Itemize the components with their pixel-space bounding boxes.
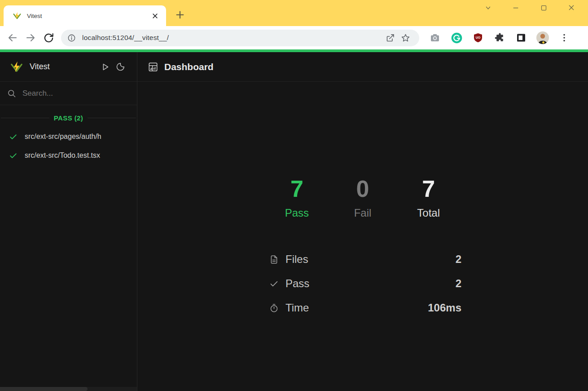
test-file-item[interactable]: src/ext-src/pages/auth/h xyxy=(0,127,137,146)
menu-dots-icon[interactable] xyxy=(555,29,574,47)
total-count: 7 xyxy=(395,177,461,200)
maximize-button[interactable] xyxy=(530,0,557,15)
time-value: 106ms xyxy=(428,302,461,314)
sidebar-header: Vitest xyxy=(0,52,137,82)
fail-label: Fail xyxy=(330,207,396,219)
profile-avatar[interactable] xyxy=(533,29,552,47)
ublock-extension-icon[interactable]: UO xyxy=(469,29,487,47)
fail-count: 0 xyxy=(330,177,396,200)
bookmark-star-icon[interactable] xyxy=(398,30,413,45)
browser-window: Vitest xyxy=(0,0,588,391)
test-file-name: src/ext-src/pages/auth/h xyxy=(25,133,101,141)
test-file-name: src/ext-src/Todo.test.tsx xyxy=(25,151,100,160)
test-file-item[interactable]: src/ext-src/Todo.test.tsx xyxy=(0,146,137,165)
search-bar xyxy=(0,82,137,105)
pass-check-icon xyxy=(9,151,18,160)
stat-fail: 0 Fail xyxy=(330,177,396,219)
titlebar: Vitest xyxy=(0,0,588,26)
search-icon xyxy=(7,89,16,98)
main-header: Dashboard xyxy=(137,52,588,82)
timer-icon xyxy=(268,303,279,313)
vitest-favicon xyxy=(13,11,22,20)
vitest-logo-icon xyxy=(10,60,23,74)
close-window-button[interactable] xyxy=(557,0,585,15)
tab-search-chevron-icon[interactable] xyxy=(474,0,502,15)
url-text[interactable]: localhost:51204/__vitest__/ xyxy=(82,34,382,42)
pass-group-label: PASS (2) xyxy=(54,114,83,122)
pass-check-icon xyxy=(9,133,18,141)
back-button[interactable] xyxy=(4,29,22,47)
sidebar: Vitest PASS (2) xyxy=(0,52,137,391)
forward-button[interactable] xyxy=(22,29,39,47)
frame-extension-icon[interactable] xyxy=(512,29,531,47)
time-row: Time 106ms xyxy=(264,296,461,320)
total-label: Total xyxy=(395,207,461,219)
divider xyxy=(88,118,136,118)
camera-extension-icon[interactable] xyxy=(426,29,444,47)
pass-row: Pass 2 xyxy=(264,271,461,296)
site-info-icon[interactable] xyxy=(67,34,76,42)
minimize-button[interactable] xyxy=(502,0,530,15)
test-file-list: src/ext-src/pages/auth/h src/ext-src/Tod… xyxy=(0,127,137,165)
navbar: localhost:51204/__vitest__/ xyxy=(0,26,588,49)
extensions-puzzle-icon[interactable] xyxy=(490,29,509,47)
page-title: Dashboard xyxy=(164,62,214,72)
check-icon xyxy=(268,279,279,289)
vitest-ui: Vitest PASS (2) xyxy=(0,52,588,391)
pass-count: 7 xyxy=(264,177,330,200)
browser-tab[interactable]: Vitest xyxy=(4,5,166,26)
new-tab-button[interactable] xyxy=(172,7,188,22)
grammarly-extension-icon[interactable] xyxy=(447,29,466,47)
pass-row-value: 2 xyxy=(456,277,461,290)
divider xyxy=(1,118,49,118)
files-value: 2 xyxy=(456,253,461,266)
time-label: Time xyxy=(285,302,309,314)
pass-label: Pass xyxy=(264,207,330,219)
address-bar[interactable]: localhost:51204/__vitest__/ xyxy=(61,30,419,46)
horizontal-scrollbar[interactable] xyxy=(0,387,137,391)
reload-button[interactable] xyxy=(39,29,57,47)
scrollbar-thumb[interactable] xyxy=(0,387,88,391)
app-name: Vitest xyxy=(30,62,97,71)
extensions-area: UO xyxy=(426,29,574,47)
dashboard-icon xyxy=(148,62,158,72)
file-icon xyxy=(268,255,279,264)
svg-text:UO: UO xyxy=(476,36,481,39)
share-icon[interactable] xyxy=(382,30,398,45)
tab-close-icon[interactable] xyxy=(149,10,161,22)
main-panel: Dashboard 7 Pass 0 Fail 7 xyxy=(137,52,588,391)
pass-row-label: Pass xyxy=(285,277,309,290)
files-label: Files xyxy=(285,253,308,266)
run-all-button[interactable] xyxy=(97,59,113,75)
stat-pass: 7 Pass xyxy=(264,177,330,219)
dark-mode-toggle[interactable] xyxy=(113,59,128,75)
summary-rows: Files 2 Pass 2 xyxy=(264,247,461,320)
tab-title: Vitest xyxy=(27,13,149,19)
files-row: Files 2 xyxy=(264,247,461,271)
window-controls xyxy=(474,0,585,15)
pass-group-header: PASS (2) xyxy=(0,114,137,122)
dashboard-content: 7 Pass 0 Fail 7 Total xyxy=(137,82,588,391)
test-stats: 7 Pass 0 Fail 7 Total xyxy=(264,177,461,219)
stat-total: 7 Total xyxy=(395,177,461,219)
search-input[interactable] xyxy=(22,89,130,98)
